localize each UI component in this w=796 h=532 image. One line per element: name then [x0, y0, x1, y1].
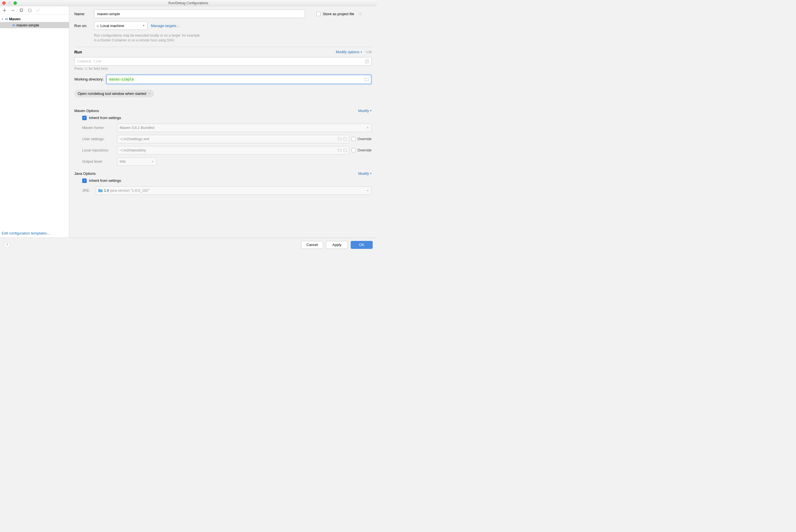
- user-settings-input[interactable]: ~/.m2/settings.xml: [117, 135, 349, 143]
- add-config-icon[interactable]: [2, 8, 7, 13]
- copy-config-icon[interactable]: [19, 8, 24, 13]
- expand-icon[interactable]: [343, 137, 347, 141]
- sidebar-toolbar: [0, 6, 69, 15]
- maven-inherit-checkbox[interactable]: ✓: [82, 116, 87, 120]
- help-icon[interactable]: ?: [4, 242, 10, 248]
- chevron-down-icon: ▼: [143, 24, 145, 27]
- modify-options-link[interactable]: Modify options ▾: [336, 50, 362, 54]
- chevron-down-icon: ▼: [366, 127, 369, 129]
- chevron-down-icon: ▼: [366, 189, 369, 192]
- remove-config-icon[interactable]: [11, 8, 15, 13]
- working-dir-label: Working directory:: [74, 77, 104, 81]
- output-level-value: Info: [120, 159, 126, 164]
- run-on-label: Run on:: [74, 24, 94, 28]
- chevron-down-icon: ▾: [2, 17, 5, 21]
- java-modify-link[interactable]: Modify ▾: [358, 171, 372, 176]
- run-section-title: Run: [74, 50, 82, 54]
- maven-inherit-label: Inherit from settings: [89, 116, 121, 120]
- output-level-select[interactable]: Info ▼: [117, 157, 156, 166]
- output-level-label: Output level:: [82, 159, 115, 164]
- tag-remove-icon[interactable]: ×: [149, 92, 151, 96]
- maven-home-label: Maven home:: [82, 126, 115, 130]
- java-inherit-label: Inherit from settings: [89, 178, 121, 183]
- store-as-project-file[interactable]: Store as project file: [316, 12, 362, 16]
- local-repo-label: Local repository:: [82, 148, 115, 152]
- chevron-down-icon: ▾: [370, 109, 372, 112]
- svg-rect-5: [344, 149, 346, 152]
- maven-options-title: Maven Options: [74, 109, 99, 113]
- run-on-select[interactable]: ⌂ Local machine ▼: [94, 21, 148, 30]
- java-inherit-checkbox[interactable]: ✓: [82, 178, 87, 183]
- gear-icon[interactable]: [358, 12, 362, 16]
- chevron-down-icon: ▼: [151, 160, 154, 163]
- window-title: Run/Debug Configurations: [0, 1, 377, 5]
- tag-label: Open run/debug tool window when started: [78, 92, 146, 96]
- chevron-down-icon: ▾: [370, 172, 372, 175]
- save-config-icon[interactable]: [27, 8, 32, 13]
- titlebar: Run/Debug Configurations: [0, 0, 377, 6]
- working-dir-value: maven-simple: [109, 77, 135, 82]
- tree-root-label: Maven: [9, 17, 20, 21]
- maven-modify-link[interactable]: Modify ▾: [358, 109, 372, 113]
- name-label: Name:: [74, 12, 94, 16]
- local-repo-value: ~/.m2/repository: [120, 148, 146, 152]
- tree-item-maven-simple[interactable]: m maven-simple: [0, 22, 69, 28]
- browse-folder-icon[interactable]: [364, 77, 369, 81]
- svg-rect-4: [344, 138, 346, 140]
- override-checkbox[interactable]: [352, 137, 356, 141]
- jre-label: JRE:: [82, 188, 93, 192]
- name-input[interactable]: [94, 10, 305, 18]
- maven-icon: m: [13, 23, 15, 27]
- config-tree: ▾ m Maven m maven-simple: [0, 15, 69, 229]
- jre-select[interactable]: 1.8 java version "1.8.0_162" ▼: [96, 186, 372, 195]
- user-settings-label: User settings:: [82, 137, 115, 141]
- expand-icon[interactable]: [365, 59, 369, 63]
- sort-config-icon[interactable]: [36, 8, 40, 13]
- apply-button[interactable]: Apply: [326, 241, 348, 249]
- option-tag[interactable]: Open run/debug tool window when started …: [74, 90, 154, 97]
- command-line-input[interactable]: Command line: [74, 57, 372, 65]
- local-repo-input[interactable]: ~/.m2/repository: [117, 146, 349, 154]
- store-label: Store as project file: [323, 12, 354, 16]
- svg-point-2: [360, 13, 361, 14]
- override-checkbox[interactable]: [352, 148, 356, 152]
- command-line-placeholder: Command line: [77, 59, 101, 63]
- home-icon: ⌂: [97, 24, 99, 28]
- user-settings-value: ~/.m2/settings.xml: [120, 137, 149, 141]
- java-options-title: Java Options: [74, 171, 96, 176]
- run-on-value: Local machine: [100, 24, 124, 28]
- tree-item-label: maven-simple: [16, 23, 39, 27]
- cancel-button[interactable]: Cancel: [301, 241, 323, 249]
- dialog-footer: ? Cancel Apply OK: [0, 238, 377, 252]
- manage-targets-link[interactable]: Manage targets…: [151, 24, 180, 28]
- content-panel: Name: Store as project file Run on: ⌂ Lo…: [69, 6, 377, 238]
- sidebar: ▾ m Maven m maven-simple Edit configurat…: [0, 6, 69, 238]
- maven-home-value: Maven 3.8.1 Bundled: [120, 126, 154, 130]
- local-repo-override[interactable]: Override: [352, 148, 372, 152]
- modify-shortcut: ⌥M: [365, 50, 372, 54]
- maven-icon: m: [5, 17, 8, 21]
- browse-folder-icon[interactable]: [338, 149, 342, 152]
- user-settings-override[interactable]: Override: [352, 137, 372, 141]
- tree-root-maven[interactable]: ▾ m Maven: [0, 16, 69, 22]
- ok-button[interactable]: OK: [351, 241, 373, 249]
- jre-subvalue: java version "1.8.0_162": [110, 188, 149, 192]
- command-line-hint: Press ⌥ for field hints: [74, 67, 372, 71]
- jre-value: 1.8: [104, 188, 109, 192]
- edit-templates-link[interactable]: Edit configuration templates…: [0, 229, 69, 238]
- chevron-down-icon: ▾: [361, 51, 362, 54]
- store-checkbox[interactable]: [316, 12, 321, 16]
- maven-home-select[interactable]: Maven 3.8.1 Bundled ▼: [117, 124, 372, 132]
- run-on-hint: Run configurations may be executed local…: [94, 33, 372, 43]
- folder-icon: [98, 189, 103, 192]
- expand-icon[interactable]: [343, 149, 347, 152]
- browse-folder-icon[interactable]: [338, 137, 342, 141]
- working-dir-input[interactable]: maven-simple: [106, 75, 372, 84]
